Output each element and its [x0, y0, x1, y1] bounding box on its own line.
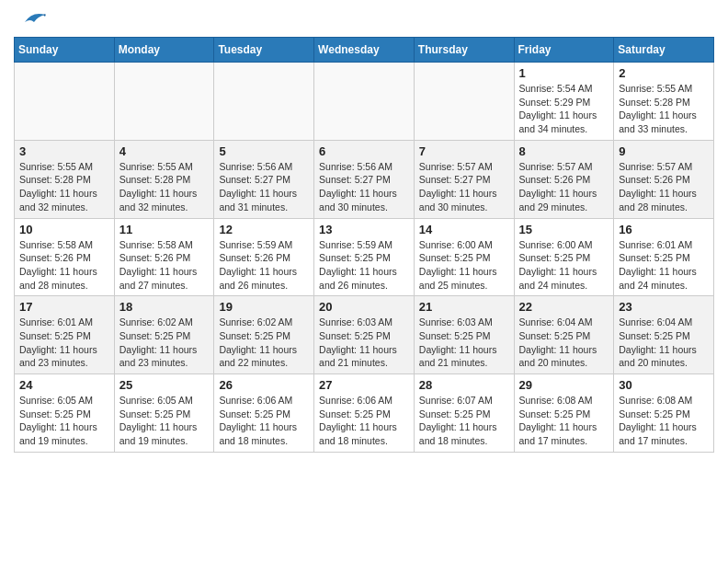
calendar-cell: 28Sunrise: 6:07 AM Sunset: 5:25 PM Dayli… — [414, 374, 514, 453]
header — [14, 9, 714, 31]
day-info: Sunrise: 6:01 AM Sunset: 5:25 PM Dayligh… — [619, 238, 709, 293]
day-info: Sunrise: 6:00 AM Sunset: 5:25 PM Dayligh… — [419, 238, 509, 293]
calendar-cell: 16Sunrise: 6:01 AM Sunset: 5:25 PM Dayli… — [614, 218, 714, 296]
day-info: Sunrise: 5:57 AM Sunset: 5:27 PM Dayligh… — [419, 160, 509, 214]
calendar-cell: 25Sunrise: 6:05 AM Sunset: 5:25 PM Dayli… — [114, 374, 214, 453]
day-info: Sunrise: 6:05 AM Sunset: 5:25 PM Dayligh… — [19, 394, 109, 448]
day-number: 12 — [219, 223, 309, 236]
calendar-cell: 1Sunrise: 5:54 AM Sunset: 5:29 PM Daylig… — [514, 63, 614, 141]
day-info: Sunrise: 6:08 AM Sunset: 5:25 PM Dayligh… — [619, 394, 709, 448]
day-info: Sunrise: 6:07 AM Sunset: 5:25 PM Dayligh… — [419, 394, 509, 448]
day-info: Sunrise: 6:06 AM Sunset: 5:25 PM Dayligh… — [219, 394, 309, 448]
calendar-cell — [114, 63, 214, 141]
day-number: 6 — [319, 144, 409, 158]
day-info: Sunrise: 6:00 AM Sunset: 5:25 PM Dayligh… — [519, 238, 609, 293]
day-number: 18 — [119, 300, 210, 314]
day-info: Sunrise: 5:55 AM Sunset: 5:28 PM Dayligh… — [119, 160, 210, 214]
day-info: Sunrise: 6:02 AM Sunset: 5:25 PM Dayligh… — [219, 316, 309, 370]
day-number: 15 — [519, 223, 609, 236]
day-number: 17 — [19, 300, 109, 314]
calendar-cell: 30Sunrise: 6:08 AM Sunset: 5:25 PM Dayli… — [614, 374, 714, 453]
logo-bird-icon — [17, 9, 47, 31]
day-number: 3 — [19, 144, 109, 158]
calendar-cell: 20Sunrise: 6:03 AM Sunset: 5:25 PM Dayli… — [314, 296, 415, 374]
day-info: Sunrise: 5:55 AM Sunset: 5:28 PM Dayligh… — [619, 82, 709, 136]
day-number: 4 — [119, 144, 210, 158]
day-info: Sunrise: 5:57 AM Sunset: 5:26 PM Dayligh… — [519, 160, 609, 214]
day-number: 21 — [419, 300, 509, 314]
day-info: Sunrise: 5:56 AM Sunset: 5:27 PM Dayligh… — [219, 160, 309, 214]
calendar-week-1: 1Sunrise: 5:54 AM Sunset: 5:29 PM Daylig… — [15, 63, 714, 141]
day-number: 13 — [319, 223, 409, 236]
calendar-cell: 4Sunrise: 5:55 AM Sunset: 5:28 PM Daylig… — [114, 140, 214, 218]
calendar-cell: 14Sunrise: 6:00 AM Sunset: 5:25 PM Dayli… — [414, 218, 514, 296]
day-info: Sunrise: 6:04 AM Sunset: 5:25 PM Dayligh… — [619, 316, 709, 370]
day-number: 22 — [519, 300, 609, 314]
calendar-header-saturday: Saturday — [614, 38, 714, 63]
day-number: 7 — [419, 144, 509, 158]
day-number: 1 — [519, 66, 609, 80]
day-number: 28 — [419, 378, 509, 392]
day-number: 16 — [619, 223, 709, 236]
calendar-cell: 18Sunrise: 6:02 AM Sunset: 5:25 PM Dayli… — [114, 296, 214, 374]
day-info: Sunrise: 5:56 AM Sunset: 5:27 PM Dayligh… — [319, 160, 409, 214]
calendar-cell: 8Sunrise: 5:57 AM Sunset: 5:26 PM Daylig… — [514, 140, 614, 218]
calendar-cell: 23Sunrise: 6:04 AM Sunset: 5:25 PM Dayli… — [614, 296, 714, 374]
day-number: 30 — [619, 378, 709, 392]
calendar-header-monday: Monday — [114, 38, 214, 63]
calendar-cell: 11Sunrise: 5:58 AM Sunset: 5:26 PM Dayli… — [114, 218, 214, 296]
day-info: Sunrise: 6:03 AM Sunset: 5:25 PM Dayligh… — [419, 316, 509, 370]
calendar-cell: 6Sunrise: 5:56 AM Sunset: 5:27 PM Daylig… — [314, 140, 415, 218]
day-number: 19 — [219, 300, 309, 314]
calendar-cell: 17Sunrise: 6:01 AM Sunset: 5:25 PM Dayli… — [15, 296, 115, 374]
day-info: Sunrise: 5:58 AM Sunset: 5:26 PM Dayligh… — [19, 238, 109, 293]
calendar-week-3: 10Sunrise: 5:58 AM Sunset: 5:26 PM Dayli… — [15, 218, 714, 296]
day-info: Sunrise: 5:54 AM Sunset: 5:29 PM Dayligh… — [519, 82, 609, 136]
calendar-cell: 2Sunrise: 5:55 AM Sunset: 5:28 PM Daylig… — [614, 63, 714, 141]
calendar-cell: 27Sunrise: 6:06 AM Sunset: 5:25 PM Dayli… — [314, 374, 415, 453]
calendar-cell: 26Sunrise: 6:06 AM Sunset: 5:25 PM Dayli… — [214, 374, 314, 453]
day-number: 11 — [119, 223, 210, 236]
calendar-header-row: SundayMondayTuesdayWednesdayThursdayFrid… — [15, 38, 714, 63]
day-info: Sunrise: 5:58 AM Sunset: 5:26 PM Dayligh… — [119, 238, 210, 293]
page: SundayMondayTuesdayWednesdayThursdayFrid… — [0, 0, 728, 466]
day-info: Sunrise: 5:55 AM Sunset: 5:28 PM Dayligh… — [19, 160, 109, 214]
day-number: 9 — [619, 144, 709, 158]
calendar-cell: 15Sunrise: 6:00 AM Sunset: 5:25 PM Dayli… — [514, 218, 614, 296]
day-info: Sunrise: 5:59 AM Sunset: 5:25 PM Dayligh… — [319, 238, 409, 293]
calendar-cell: 21Sunrise: 6:03 AM Sunset: 5:25 PM Dayli… — [414, 296, 514, 374]
calendar-header-sunday: Sunday — [15, 38, 115, 63]
calendar-cell: 12Sunrise: 5:59 AM Sunset: 5:26 PM Dayli… — [214, 218, 314, 296]
calendar-cell: 24Sunrise: 6:05 AM Sunset: 5:25 PM Dayli… — [15, 374, 115, 453]
day-info: Sunrise: 6:03 AM Sunset: 5:25 PM Dayligh… — [319, 316, 409, 370]
calendar-cell: 19Sunrise: 6:02 AM Sunset: 5:25 PM Dayli… — [214, 296, 314, 374]
day-number: 24 — [19, 378, 109, 392]
calendar-cell: 29Sunrise: 6:08 AM Sunset: 5:25 PM Dayli… — [514, 374, 614, 453]
day-info: Sunrise: 6:01 AM Sunset: 5:25 PM Dayligh… — [19, 316, 109, 370]
calendar-header-tuesday: Tuesday — [214, 38, 314, 63]
calendar-table: SundayMondayTuesdayWednesdayThursdayFrid… — [14, 37, 714, 453]
calendar-cell: 3Sunrise: 5:55 AM Sunset: 5:28 PM Daylig… — [15, 140, 115, 218]
calendar-cell: 13Sunrise: 5:59 AM Sunset: 5:25 PM Dayli… — [314, 218, 415, 296]
day-info: Sunrise: 6:08 AM Sunset: 5:25 PM Dayligh… — [519, 394, 609, 448]
day-number: 25 — [119, 378, 210, 392]
calendar-cell: 5Sunrise: 5:56 AM Sunset: 5:27 PM Daylig… — [214, 140, 314, 218]
day-number: 27 — [319, 378, 409, 392]
day-number: 20 — [319, 300, 409, 314]
day-number: 29 — [519, 378, 609, 392]
calendar-cell — [214, 63, 314, 141]
calendar-week-2: 3Sunrise: 5:55 AM Sunset: 5:28 PM Daylig… — [15, 140, 714, 218]
calendar-cell — [414, 63, 514, 141]
calendar-cell: 10Sunrise: 5:58 AM Sunset: 5:26 PM Dayli… — [15, 218, 115, 296]
calendar-header-friday: Friday — [514, 38, 614, 63]
day-number: 5 — [219, 144, 309, 158]
day-info: Sunrise: 6:02 AM Sunset: 5:25 PM Dayligh… — [119, 316, 210, 370]
day-number: 26 — [219, 378, 309, 392]
logo — [14, 9, 47, 31]
day-info: Sunrise: 6:05 AM Sunset: 5:25 PM Dayligh… — [119, 394, 210, 448]
day-info: Sunrise: 6:04 AM Sunset: 5:25 PM Dayligh… — [519, 316, 609, 370]
calendar-week-5: 24Sunrise: 6:05 AM Sunset: 5:25 PM Dayli… — [15, 374, 714, 453]
calendar-cell — [314, 63, 415, 141]
day-number: 2 — [619, 66, 709, 80]
calendar-cell: 22Sunrise: 6:04 AM Sunset: 5:25 PM Dayli… — [514, 296, 614, 374]
